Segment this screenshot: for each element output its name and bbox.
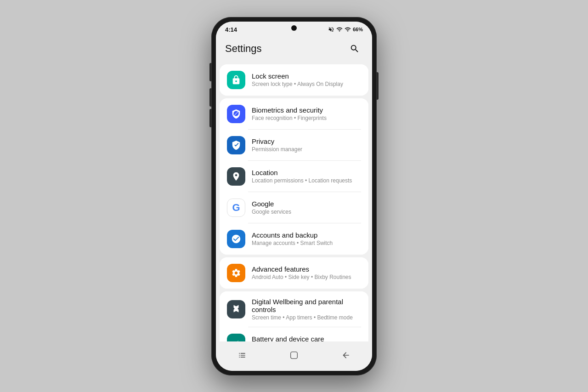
privacy-icon [227, 136, 245, 154]
battery-text: Battery and device care Storage • Memory… [252, 335, 361, 341]
signal-icon [345, 26, 351, 33]
advanced-subtitle: Android Auto • Side key • Bixby Routines [252, 274, 361, 280]
battery-percent: 66% [353, 27, 363, 32]
digital-wellbeing-icon [227, 300, 245, 318]
battery-icon [227, 334, 245, 341]
section-wellbeing: Digital Wellbeing and parental controls … [220, 291, 368, 341]
google-subtitle: Google services [252, 209, 361, 215]
biometrics-icon [227, 105, 245, 123]
accounts-subtitle: Manage accounts • Smart Switch [252, 240, 361, 246]
digital-wellbeing-subtitle: Screen time • App timers • Bedtime mode [252, 314, 361, 321]
digital-wellbeing-title: Digital Wellbeing and parental controls [252, 298, 361, 313]
accounts-icon [227, 230, 245, 248]
list-item-digital-wellbeing[interactable]: Digital Wellbeing and parental controls … [220, 291, 368, 327]
back-icon [341, 351, 351, 360]
search-icon [350, 44, 360, 54]
home-button[interactable] [286, 347, 302, 364]
list-item-accounts[interactable]: Accounts and backup Manage accounts • Sm… [220, 223, 368, 255]
lock-screen-text: Lock screen Screen lock type • Always On… [252, 72, 361, 87]
page-title: Settings [225, 43, 262, 55]
location-text: Location Location permissions • Location… [252, 169, 361, 184]
location-icon [227, 167, 245, 186]
camera-notch [291, 25, 297, 31]
advanced-text: Advanced features Android Auto • Side ke… [252, 265, 361, 280]
phone-frame: 4:14 66% Settings [211, 17, 377, 375]
accounts-text: Accounts and backup Manage accounts • Sm… [252, 231, 361, 246]
google-text: Google Google services [252, 200, 361, 215]
advanced-icon [227, 264, 245, 282]
wifi-icon [336, 26, 343, 33]
accounts-title: Accounts and backup [252, 231, 361, 239]
phone-screen: 4:14 66% Settings [216, 22, 372, 371]
privacy-title: Privacy [252, 137, 361, 145]
home-icon [289, 350, 299, 360]
list-item-google[interactable]: G Google Google services [220, 192, 368, 223]
recent-apps-button[interactable] [234, 347, 250, 364]
section-lock-screen: Lock screen Screen lock type • Always On… [220, 64, 368, 96]
advanced-title: Advanced features [252, 265, 361, 273]
battery-title: Battery and device care [252, 335, 361, 341]
list-item-location[interactable]: Location Location permissions • Location… [220, 161, 368, 192]
status-icons: 66% [328, 26, 363, 33]
lock-screen-subtitle: Screen lock type • Always On Display [252, 81, 361, 87]
location-title: Location [252, 169, 361, 176]
search-button[interactable] [346, 40, 363, 57]
list-item-lock-screen[interactable]: Lock screen Screen lock type • Always On… [220, 64, 368, 96]
back-button[interactable] [338, 347, 354, 364]
recent-icon [237, 351, 247, 360]
digital-wellbeing-text: Digital Wellbeing and parental controls … [252, 298, 361, 321]
nav-bar [216, 341, 372, 371]
biometrics-text: Biometrics and security Face recognition… [252, 106, 361, 121]
section-security: Biometrics and security Face recognition… [220, 98, 368, 255]
google-title: Google [252, 200, 361, 208]
google-icon: G [227, 199, 245, 217]
biometrics-subtitle: Face recognition • Fingerprints [252, 115, 361, 121]
app-header: Settings [216, 35, 372, 62]
list-item-advanced[interactable]: Advanced features Android Auto • Side ke… [220, 257, 368, 289]
mute-icon [328, 26, 334, 33]
list-item-battery[interactable]: Battery and device care Storage • Memory… [220, 327, 368, 341]
list-item-biometrics[interactable]: Biometrics and security Face recognition… [220, 98, 368, 130]
svg-rect-0 [291, 352, 298, 358]
settings-list: Lock screen Screen lock type • Always On… [216, 62, 372, 341]
location-subtitle: Location permissions • Location requests [252, 177, 361, 184]
list-item-privacy[interactable]: Privacy Permission manager [220, 130, 368, 161]
status-time: 4:14 [225, 26, 237, 33]
privacy-subtitle: Permission manager [252, 146, 361, 153]
lock-screen-title: Lock screen [252, 72, 361, 80]
lock-screen-icon [227, 71, 245, 89]
biometrics-title: Biometrics and security [252, 106, 361, 114]
section-advanced: Advanced features Android Auto • Side ke… [220, 257, 368, 289]
privacy-text: Privacy Permission manager [252, 137, 361, 153]
